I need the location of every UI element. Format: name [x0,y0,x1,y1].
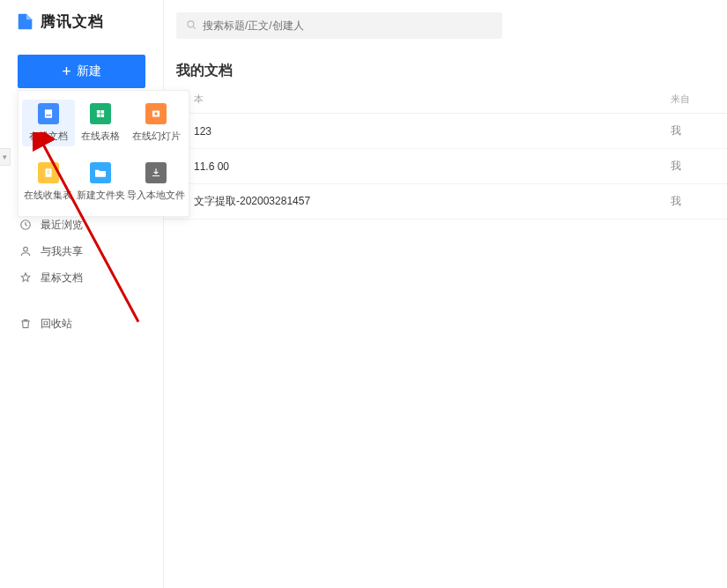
col-header-name: 本 [176,93,671,106]
star-icon [19,272,32,284]
trash-icon [19,317,32,330]
nav-trash[interactable]: 回收站 [0,310,163,337]
new-button[interactable]: + 新建 [18,55,145,88]
svg-point-1 [24,247,28,251]
row-source: 我 [671,194,715,209]
sidebar: 腾讯文档 + 新建 ▾ 最近浏览 与我共享 [0,0,164,588]
user-icon [19,245,32,257]
svg-rect-7 [45,168,51,176]
svg-rect-3 [46,115,51,115]
table-row[interactable]: 123 我 [164,114,727,149]
nav-label: 与我共享 [41,244,83,259]
search-input[interactable] [203,19,493,32]
row-name: 文字提取-202003281457 [176,194,671,209]
table-row[interactable]: 11.6 00 我 [164,149,727,184]
row-source: 我 [671,159,715,174]
sidebar-collapse-tab[interactable]: ▾ [0,148,11,166]
slide-icon [145,103,167,124]
menu-label: 在线文档 [29,130,68,143]
table-header: 本 来自 [164,93,727,114]
new-button-label: 新建 [77,63,101,79]
menu-label: 新建文件夹 [77,189,125,202]
row-name: 123 [176,125,671,138]
menu-item-slide[interactable]: 在线幻灯片 [127,100,185,146]
svg-point-6 [154,112,158,115]
app-name: 腾讯文档 [41,11,104,32]
nav-shared[interactable]: 与我共享 [0,238,163,264]
svg-rect-2 [45,109,52,117]
main-content: 我的文档 本 来自 123 我 11.6 00 我 文字提取-202003281… [164,0,727,588]
row-name: 11.6 00 [176,160,671,173]
menu-label: 在线表格 [81,130,120,143]
collect-icon [38,162,59,183]
sheet-icon [90,103,111,124]
plus-icon: + [62,63,71,79]
app-logo: 腾讯文档 [0,0,163,42]
doc-icon [38,103,59,124]
menu-item-doc[interactable]: 在线文档 [22,100,75,146]
new-menu-popup: 在线文档 在线表格 在线幻灯片 在线收集表 [18,90,189,217]
menu-label: 在线幻灯片 [132,130,181,143]
menu-label: 导入本地文件 [127,189,185,202]
nav-label: 回收站 [41,316,72,331]
nav-label: 星标文档 [41,271,83,286]
search-box[interactable] [176,12,502,39]
clock-icon [19,219,32,231]
sidebar-nav: 最近浏览 与我共享 星标文档 回收站 [0,212,163,337]
import-icon [145,162,167,183]
menu-item-sheet[interactable]: 在线表格 [75,100,128,146]
nav-starred[interactable]: 星标文档 [0,264,163,291]
table-row[interactable]: 文字提取-202003281457 我 [164,184,727,220]
search-icon [185,19,197,33]
col-header-source: 来自 [671,93,715,106]
menu-item-folder[interactable]: 新建文件夹 [75,159,128,205]
menu-item-collect[interactable]: 在线收集表 [22,159,75,205]
folder-icon [90,162,111,183]
menu-item-import[interactable]: 导入本地文件 [127,159,185,205]
menu-label: 在线收集表 [24,189,72,202]
svg-point-8 [188,20,194,26]
logo-icon [16,11,35,31]
section-title: 我的文档 [176,62,727,80]
nav-label: 最近浏览 [41,218,83,233]
row-source: 我 [671,123,715,138]
